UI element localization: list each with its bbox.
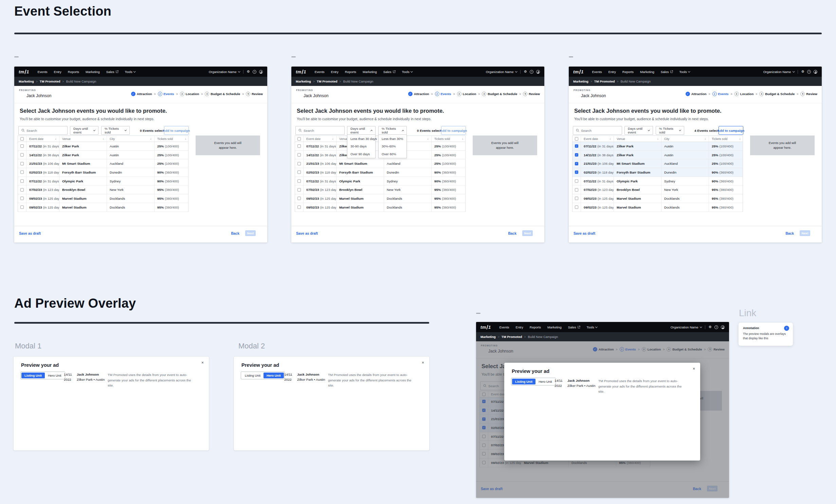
row-select-cell[interactable]: [18, 159, 26, 168]
breadcrumb-item-build-new-campaign[interactable]: Build New Campaign: [621, 79, 651, 83]
nav-item-entry[interactable]: Entry: [608, 70, 616, 74]
table-row[interactable]: 07/02/23(in 123 days)Brooklyn BowlNew Yo…: [18, 185, 188, 194]
checkbox-unchecked[interactable]: [20, 179, 24, 183]
table-row[interactable]: 07/02/23(in 123 days)Brooklyn BowlNew Yo…: [295, 185, 465, 194]
table-row[interactable]: 07/02/23(in 123 days)Brooklyn BowlNew Yo…: [573, 185, 743, 194]
row-select-cell[interactable]: ✓: [573, 142, 581, 150]
help-icon[interactable]: ?: [530, 70, 533, 74]
close-icon[interactable]: ×: [422, 360, 424, 365]
row-select-cell[interactable]: ✓: [573, 159, 581, 168]
table-row[interactable]: 02/02/23(in 118 days)Forsyth Barr Stadiu…: [18, 168, 188, 177]
step-review[interactable]: 5Review: [523, 92, 540, 96]
breadcrumb-item-marketing[interactable]: Marketing: [19, 79, 34, 83]
checkbox-checked[interactable]: ✓: [575, 153, 578, 157]
account-icon[interactable]: [814, 70, 817, 74]
step-review[interactable]: 5Review: [246, 92, 263, 96]
checkbox-unchecked[interactable]: [20, 153, 24, 157]
row-select-cell[interactable]: [573, 177, 581, 185]
filter-option-30-90-days[interactable]: 30-90 days: [347, 143, 375, 150]
nav-item-reports[interactable]: Reports: [530, 325, 541, 329]
row-select-cell[interactable]: [295, 151, 303, 159]
nav-item-reports[interactable]: Reports: [68, 70, 79, 74]
table-row[interactable]: 14/11/22(in 38 days)Zilker ParkAustin25%…: [18, 151, 188, 160]
table-row[interactable]: 21/01/23(in 106 days)Mt Smart StadiumAuc…: [295, 159, 465, 168]
search-input[interactable]: [26, 129, 65, 132]
save-as-draft-link[interactable]: Save as draft: [574, 232, 595, 235]
breadcrumb-item-tm-promoted[interactable]: TM Promoted: [502, 335, 522, 339]
nav-item-events[interactable]: Events: [315, 70, 325, 74]
add-to-campaign-button[interactable]: Add to campaign: [164, 126, 189, 135]
nav-item-entry[interactable]: Entry: [331, 70, 339, 74]
table-row[interactable]: ✓07/11/22(in 31 days)Zilker ParkAustin25…: [573, 142, 743, 151]
checkbox-unchecked[interactable]: [20, 205, 24, 209]
nav-item-sales[interactable]: Sales: [568, 325, 580, 329]
row-select-cell[interactable]: [18, 203, 26, 212]
row-select-cell[interactable]: [18, 194, 26, 203]
breadcrumb-item-marketing[interactable]: Marketing: [296, 79, 311, 83]
row-select-cell[interactable]: [295, 159, 303, 168]
table-row[interactable]: ✓14/11/22(in 38 days)Zilker ParkAustin25…: [573, 151, 743, 160]
checkbox-unchecked[interactable]: [20, 144, 24, 148]
back-link[interactable]: Back: [785, 232, 794, 235]
sort-descending-icon[interactable]: ↓: [150, 137, 151, 140]
sort-descending-icon[interactable]: ↓: [610, 137, 611, 140]
row-select-cell[interactable]: [295, 194, 303, 203]
org-menu[interactable]: Organization Name: [486, 70, 517, 74]
table-row[interactable]: 07/11/22(in 31 days)Olympic ParkSydney90…: [573, 177, 743, 186]
sort-descending-icon[interactable]: ↓: [657, 137, 658, 140]
nav-item-sales[interactable]: Sales: [106, 70, 119, 74]
sort-descending-icon[interactable]: ↓: [332, 137, 333, 140]
account-icon[interactable]: [721, 325, 725, 329]
breadcrumb-item-tm-promoted[interactable]: TM Promoted: [594, 79, 615, 83]
checkbox-unchecked[interactable]: [575, 179, 578, 183]
search-box[interactable]: [18, 126, 68, 135]
add-to-campaign-button[interactable]: Add to campaign: [719, 126, 743, 135]
nav-item-marketing[interactable]: Marketing: [640, 70, 654, 74]
row-select-cell[interactable]: [18, 185, 26, 194]
select-all-cell[interactable]: [573, 136, 581, 142]
row-select-cell[interactable]: [295, 142, 303, 150]
filter-option-over-90-days[interactable]: Over 90 days: [347, 150, 375, 158]
search-box[interactable]: [573, 126, 622, 135]
row-select-cell[interactable]: ✓: [573, 168, 581, 177]
nav-item-reports[interactable]: Reports: [622, 70, 634, 74]
row-select-cell[interactable]: [18, 168, 26, 177]
step-budget-schedule[interactable]: 4Budget & Schedule: [205, 92, 240, 96]
column-header-tickets-sold[interactable]: Tickets sold↓: [154, 136, 189, 142]
row-select-cell[interactable]: [295, 177, 303, 185]
org-menu[interactable]: Organization Name: [671, 325, 702, 329]
sort-descending-icon[interactable]: ↓: [705, 137, 706, 140]
filter-option-over-60[interactable]: Over 60%: [379, 150, 406, 158]
breadcrumb-item-marketing[interactable]: Marketing: [480, 335, 496, 339]
step-budget-schedule[interactable]: 4Budget & Schedule: [759, 92, 795, 96]
row-select-cell[interactable]: [295, 185, 303, 194]
sort-descending-icon[interactable]: ↓: [185, 137, 186, 140]
tab-hero-unit[interactable]: Hero Unit: [535, 379, 555, 384]
account-icon[interactable]: [536, 70, 540, 74]
nav-item-marketing[interactable]: Marketing: [86, 70, 100, 74]
checkbox-unchecked[interactable]: [297, 197, 301, 200]
checkbox-unchecked[interactable]: [297, 162, 301, 165]
row-select-cell[interactable]: [573, 203, 581, 212]
tab-listing-unit[interactable]: Listing Unit: [242, 373, 263, 378]
step-attraction[interactable]: ✓Attraction: [686, 92, 707, 96]
tab-listing-unit[interactable]: Listing Unit: [21, 373, 45, 378]
nav-item-events[interactable]: Events: [592, 70, 602, 74]
step-location[interactable]: 3Location: [734, 92, 754, 96]
checkbox-unchecked[interactable]: [297, 170, 301, 174]
table-row[interactable]: 09/02/23(in 125 days)Marvel StadiumDockl…: [18, 203, 188, 212]
checkbox-unchecked[interactable]: [575, 137, 578, 141]
row-select-cell[interactable]: ✓: [573, 151, 581, 159]
checkbox-unchecked[interactable]: [20, 188, 24, 192]
row-select-cell[interactable]: [18, 142, 26, 150]
row-select-cell[interactable]: [573, 194, 581, 203]
select-all-cell[interactable]: [18, 136, 26, 142]
row-select-cell[interactable]: [18, 177, 26, 185]
filter-dropdown-days-until-event[interactable]: Days until event: [347, 126, 376, 135]
row-select-cell[interactable]: [573, 185, 581, 194]
table-row[interactable]: 07/11/22(in 31 days)Olympic ParkSydney90…: [18, 177, 188, 186]
sort-descending-icon[interactable]: ↓: [103, 137, 104, 140]
table-row[interactable]: 09/02/23(in 125 days)Marvel StadiumDockl…: [573, 194, 743, 203]
nav-item-marketing[interactable]: Marketing: [547, 325, 562, 329]
filter-dropdown-tickets-sold[interactable]: % Tickets sold: [101, 126, 130, 135]
